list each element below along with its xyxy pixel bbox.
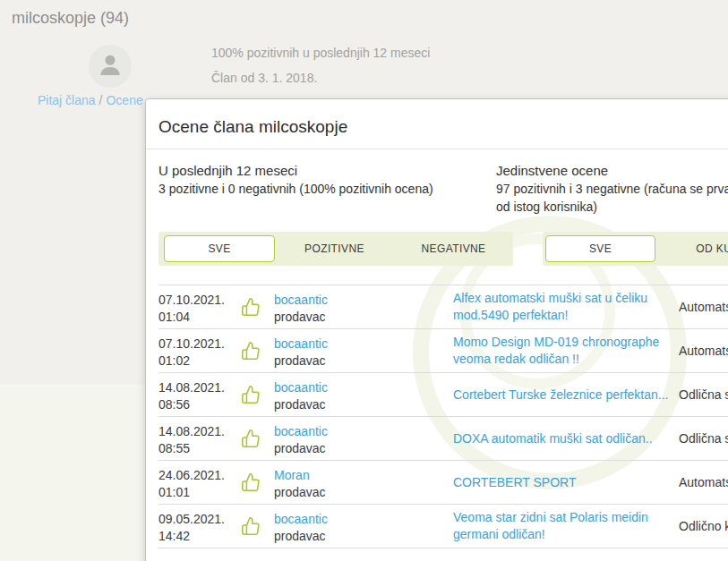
user-role: prodavac bbox=[274, 396, 453, 413]
filter-type-negative[interactable]: NEGATIVNE bbox=[394, 232, 513, 266]
time: 08:55 bbox=[158, 440, 241, 457]
username-link[interactable]: bocaantic bbox=[274, 511, 453, 528]
feedback-user: bocaantic prodavac bbox=[274, 417, 453, 460]
feedback-date: 09.05.2021. 14:42 bbox=[158, 505, 241, 548]
feedback-item: Cortebert Turske železnice perfektan... bbox=[453, 373, 672, 416]
date: 09.05.2021. bbox=[158, 511, 241, 528]
item-link[interactable]: Veoma star zidni sat Polaris meidin germ… bbox=[453, 509, 672, 543]
feedback-date: 07.10.2021. 01:02 bbox=[158, 329, 241, 372]
feedback-comment: Automats bbox=[679, 329, 728, 372]
breadcrumb: Pitaj člana/Ocene bbox=[38, 93, 147, 107]
stats-unique-line2: od istog korisnika) bbox=[496, 198, 728, 216]
feedback-row: 07.10.2021. 01:02 bocaantic prodavac Mom… bbox=[158, 329, 728, 373]
thumbs-up-icon bbox=[241, 461, 274, 504]
filter-bars: SVE POZITIVNE NEGATIVNE SVE OD KUPACA bbox=[158, 232, 728, 266]
feedback-comment: Odlično k bbox=[679, 505, 728, 548]
user-role: prodavac bbox=[274, 528, 453, 545]
feedback-comment: Odlična s bbox=[679, 417, 728, 460]
time: 01:04 bbox=[158, 309, 241, 326]
filter-role-from-buyers[interactable]: OD KUPACA bbox=[655, 232, 728, 266]
username-link[interactable]: Moran bbox=[274, 467, 453, 484]
thumbs-up-icon bbox=[241, 417, 274, 460]
date: 07.10.2021. bbox=[158, 292, 241, 309]
time: 08:56 bbox=[158, 396, 241, 413]
item-link[interactable]: DOXA automatik muški sat odličan.. bbox=[453, 430, 653, 447]
feedback-user: bocaantic prodavac bbox=[274, 373, 453, 416]
feedback-user: bocaantic prodavac bbox=[274, 505, 453, 548]
item-link[interactable]: Cortebert Turske železnice perfektan... bbox=[453, 387, 668, 404]
feedback-comment: Automats bbox=[679, 285, 728, 328]
date: 07.10.2021. bbox=[158, 336, 241, 353]
stats-unique-line1: 97 pozitivnih i 3 negativne (računa se p… bbox=[496, 180, 728, 198]
thumbs-up-icon bbox=[241, 329, 274, 372]
modal-title: Ocene člana milcoskopje bbox=[146, 99, 728, 149]
time: 14:42 bbox=[158, 528, 241, 545]
stats-unique-heading: Jedinstvene ocene bbox=[496, 162, 728, 180]
item-link[interactable]: Momo Design MD-019 chronographe veoma re… bbox=[453, 334, 672, 368]
feedback-user: bocaantic prodavac bbox=[274, 329, 453, 372]
date: 24.06.2021. bbox=[158, 467, 241, 484]
thumbs-up-icon bbox=[241, 285, 274, 328]
username-link[interactable]: bocaantic bbox=[274, 423, 453, 440]
item-link[interactable]: CORTEBERT SPORT bbox=[453, 474, 576, 491]
feedback-item: Alfex automatski muški sat u čeliku mod.… bbox=[453, 285, 672, 328]
ratings-stats: U poslednjih 12 meseci 3 pozitivne i 0 n… bbox=[146, 149, 728, 232]
thumbs-up-icon bbox=[241, 373, 274, 416]
avatar bbox=[89, 45, 132, 88]
profile-positive-summary: 100% pozitivnih u poslednjih 12 meseci bbox=[211, 46, 430, 60]
feedback-date: 14.08.2021. 08:56 bbox=[158, 373, 241, 416]
filter-group-type: SVE POZITIVNE NEGATIVNE bbox=[158, 232, 513, 266]
filter-group-role: SVE OD KUPACA bbox=[543, 232, 728, 266]
profile-username-heading: milcoskopje (94) bbox=[12, 9, 129, 28]
feedback-user: bocaantic prodavac bbox=[274, 285, 453, 328]
breadcrumb-separator: / bbox=[99, 93, 103, 107]
feedback-date: 14.08.2021. 08:55 bbox=[158, 417, 241, 460]
username-link[interactable]: bocaantic bbox=[274, 336, 453, 353]
feedback-item: DOXA automatik muški sat odličan.. bbox=[453, 417, 672, 460]
feedback-row: 14.08.2021. 08:55 bocaantic prodavac DOX… bbox=[158, 417, 728, 461]
username-link[interactable]: bocaantic bbox=[274, 292, 453, 309]
feedback-row: 14.08.2021. 08:56 bocaantic prodavac Cor… bbox=[158, 373, 728, 417]
feedback-user: Moran prodavac bbox=[274, 461, 453, 504]
feedback-item: Veoma star zidni sat Polaris meidin germ… bbox=[453, 505, 672, 548]
feedback-row: 07.10.2021. 01:04 bocaantic prodavac Alf… bbox=[158, 285, 728, 329]
stats-recent-heading: U poslednjih 12 meseci bbox=[158, 162, 496, 180]
username-link[interactable]: bocaantic bbox=[274, 379, 453, 396]
feedback-comment: Odlična s bbox=[679, 373, 728, 416]
stats-recent: U poslednjih 12 meseci 3 pozitivne i 0 n… bbox=[158, 162, 496, 232]
time: 01:01 bbox=[158, 484, 241, 501]
user-role: prodavac bbox=[274, 353, 453, 370]
stats-unique: Jedinstvene ocene 97 pozitivnih i 3 nega… bbox=[496, 162, 728, 232]
ratings-link[interactable]: Ocene bbox=[106, 93, 142, 107]
user-role: prodavac bbox=[274, 309, 453, 326]
user-role: prodavac bbox=[274, 484, 453, 501]
date: 14.08.2021. bbox=[158, 423, 241, 440]
feedback-date: 24.06.2021. 01:01 bbox=[158, 461, 241, 504]
ratings-modal: Ocene člana milcoskopje U poslednjih 12 … bbox=[145, 98, 728, 561]
feedback-item: CORTEBERT SPORT bbox=[453, 461, 672, 504]
feedback-item: Momo Design MD-019 chronographe veoma re… bbox=[453, 329, 672, 372]
feedback-table: 07.10.2021. 01:04 bocaantic prodavac Alf… bbox=[158, 285, 728, 548]
feedback-row: 09.05.2021. 14:42 bocaantic prodavac Veo… bbox=[158, 505, 728, 548]
filter-type-all[interactable]: SVE bbox=[164, 235, 275, 262]
feedback-row: 24.06.2021. 01:01 Moran prodavac CORTEBE… bbox=[158, 461, 728, 505]
user-role: prodavac bbox=[274, 440, 453, 457]
stats-recent-line: 3 pozitivne i 0 negativnih (100% pozitiv… bbox=[158, 180, 496, 198]
item-link[interactable]: Alfex automatski muški sat u čeliku mod.… bbox=[453, 290, 672, 324]
thumbs-up-icon bbox=[241, 505, 274, 548]
person-icon bbox=[97, 51, 124, 81]
profile-member-since: Član od 3. 1. 2018. bbox=[211, 71, 317, 85]
filter-type-positive[interactable]: POZITIVNE bbox=[275, 232, 394, 266]
feedback-comment: Automats bbox=[679, 461, 728, 504]
date: 14.08.2021. bbox=[158, 379, 241, 396]
filter-role-all[interactable]: SVE bbox=[545, 235, 655, 262]
ask-member-link[interactable]: Pitaj člana bbox=[38, 93, 96, 107]
time: 01:02 bbox=[158, 353, 241, 370]
feedback-date: 07.10.2021. 01:04 bbox=[158, 285, 241, 328]
